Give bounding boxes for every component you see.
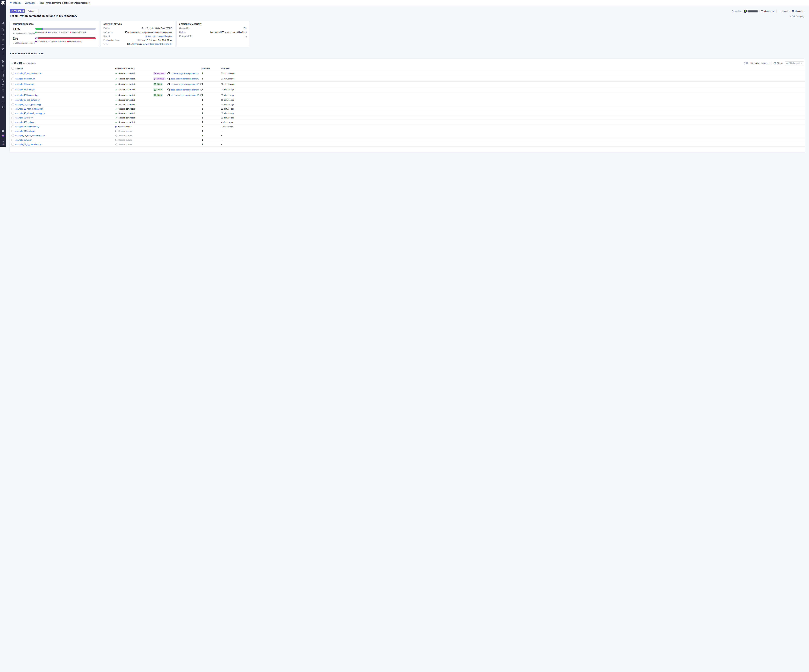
row-checkbox[interactable] xyxy=(12,116,14,119)
col-status: REMEDIATION STATUS xyxy=(115,67,134,69)
bits-ai-sparkle-icon[interactable] xyxy=(2,33,4,36)
rule-id-link[interactable]: python-flask/command-injection xyxy=(145,35,172,37)
to-fix-label: To fix xyxy=(103,43,108,45)
session-link[interactable]: example_01_echo_header/app.py xyxy=(15,134,45,137)
help-label: Help xyxy=(0,143,6,145)
sessions-count: 1–50 of 100 code sessions xyxy=(12,62,35,64)
count-of: of xyxy=(16,62,19,64)
session-link[interactable]: example_06_curl_post/app.py xyxy=(15,103,41,106)
sidebar-divider xyxy=(1,139,5,139)
session-link[interactable]: example_01/service.py xyxy=(15,130,35,132)
bar-segment xyxy=(42,28,96,30)
breadcrumb-bits-dev[interactable]: Bits Dev xyxy=(13,2,21,4)
pr-link-cell: code-security-campaign-demo#1 xyxy=(168,72,199,75)
table-row: example_06_curl_post/app.pySession compl… xyxy=(10,102,254,107)
row-checkbox[interactable] xyxy=(12,121,14,123)
workflow-icon[interactable] xyxy=(2,74,4,77)
row-checkbox[interactable] xyxy=(12,99,14,101)
row-checkbox[interactable] xyxy=(12,112,14,114)
findings-count: 1 xyxy=(202,72,203,74)
cloud-cost-icon[interactable]: $ xyxy=(2,65,4,67)
check-icon xyxy=(115,121,117,123)
session-link[interactable]: example_11/server.py xyxy=(15,83,34,85)
log-explorer-icon[interactable] xyxy=(2,106,4,108)
pr-link[interactable]: code-security-campaign-demo#2 xyxy=(171,78,199,80)
remediation-status: Session completed xyxy=(115,78,135,80)
row-checkbox[interactable] xyxy=(12,77,14,80)
row-checkbox[interactable] xyxy=(12,94,14,96)
session-link[interactable]: example_47/deploy.py xyxy=(15,78,35,80)
detail-row-timeframe: Findings timeframe 1d Nov 17, 8:41 am – … xyxy=(103,39,172,41)
created-cell: - xyxy=(221,143,222,146)
git-pull-request-icon xyxy=(154,89,156,91)
session-link[interactable]: example_45_whoami_user/app.py xyxy=(15,112,45,114)
findings-count: 1 xyxy=(202,126,203,128)
history-icon[interactable] xyxy=(2,28,4,31)
ci-refresh-icon[interactable] xyxy=(2,89,4,92)
col-created: CREATED xyxy=(221,67,230,69)
row-checkbox[interactable] xyxy=(12,103,14,106)
legend-swatch xyxy=(67,41,69,42)
row-checkbox[interactable] xyxy=(12,139,14,141)
session-link[interactable]: example_28_npm_install/app.py xyxy=(15,108,43,110)
lightning-icon[interactable] xyxy=(2,53,4,55)
pr-link[interactable]: code-security-campaign-demo#5 xyxy=(171,94,199,96)
bug-tracking-icon[interactable] xyxy=(2,96,4,99)
integrations-puzzle-icon[interactable] xyxy=(2,129,4,132)
pr-link-cell: code-security-campaign-demo#2 xyxy=(168,77,199,80)
status-label: Session queued xyxy=(118,130,133,132)
breadcrumb-campaigns[interactable]: Campaigns xyxy=(25,2,35,4)
security-shield-icon[interactable] xyxy=(2,84,4,87)
session-link[interactable]: example_02/api.py xyxy=(15,139,32,141)
session-link[interactable]: example_42/dashboard.py xyxy=(15,94,38,96)
session-link[interactable]: example_03_cat_file/app.py xyxy=(15,99,39,101)
row-checkbox[interactable] xyxy=(12,89,14,91)
session-link[interactable]: example_49/logging.py xyxy=(15,121,35,123)
watchdog-icon[interactable] xyxy=(2,43,4,46)
check-icon xyxy=(115,78,117,80)
actions-label: Actions xyxy=(28,10,34,12)
actions-button[interactable]: Actions ▼ xyxy=(26,9,39,13)
pr-link[interactable]: code-security-campaign-demo#3 xyxy=(171,83,199,85)
session-link[interactable]: example_18_wc_count/app.py xyxy=(15,72,42,74)
gauge-icon[interactable] xyxy=(2,101,4,104)
legend-label: 3 Pending remediation xyxy=(50,40,66,42)
status-label: Session queued xyxy=(118,134,133,137)
help-button[interactable]: ? Help xyxy=(0,140,6,145)
row-checkbox[interactable] xyxy=(12,72,14,75)
created-cell: 11 minutes ago xyxy=(221,108,234,110)
datadog-logo[interactable] xyxy=(1,1,5,5)
max-open-prs-label: Max open PRs xyxy=(179,35,192,37)
session-link[interactable]: example_02_ls_concat/app.py xyxy=(15,143,42,146)
sidebar-divider xyxy=(1,25,5,25)
row-checkbox[interactable] xyxy=(12,143,14,146)
session-link[interactable]: example_45/export.py xyxy=(15,89,34,91)
product-label: Product xyxy=(103,27,110,29)
code-security-explorer-link[interactable]: View in Code Security Explorer xyxy=(143,43,170,45)
infrastructure-hex-icon[interactable] xyxy=(2,60,4,63)
remediation-status: Session queued xyxy=(115,130,133,132)
table-row: example_11/server.pySession completedOPE… xyxy=(10,82,254,87)
row-checkbox[interactable] xyxy=(12,134,14,137)
row-checkbox[interactable] xyxy=(12,83,14,86)
pr-link[interactable]: code-security-campaign-demo#4 xyxy=(171,89,199,91)
session-link[interactable]: example_25/middleware.py xyxy=(15,126,39,128)
bar-segment xyxy=(39,37,96,39)
pr-link[interactable]: code-security-campaign-demo#1 xyxy=(171,72,199,74)
row-checkbox[interactable] xyxy=(12,126,14,128)
row-checkbox[interactable] xyxy=(12,130,14,132)
bar-segment xyxy=(36,37,38,39)
findings-count: 1 xyxy=(202,83,203,85)
select-all-checkbox[interactable] xyxy=(12,67,14,70)
session-link[interactable]: example_03/utils.py xyxy=(15,117,32,119)
user-avatar[interactable] xyxy=(2,134,4,137)
layers-icon[interactable] xyxy=(2,48,4,50)
campaign-progress-title: CAMPAIGN PROGRESS xyxy=(13,23,96,25)
row-checkbox[interactable] xyxy=(12,108,14,110)
findings-count: 1 xyxy=(202,139,203,141)
metrics-chart-icon[interactable] xyxy=(2,38,4,41)
created-cell: 13 minutes ago xyxy=(221,83,235,85)
search-icon[interactable] xyxy=(2,22,4,24)
logs-filter-icon[interactable] xyxy=(2,69,4,72)
traces-link-icon[interactable] xyxy=(2,79,4,82)
